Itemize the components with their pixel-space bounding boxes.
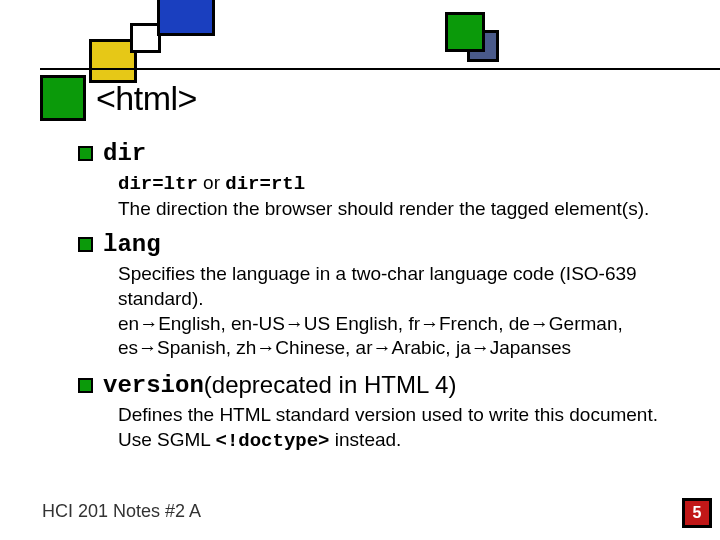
bullet-square-icon bbox=[78, 237, 93, 252]
decor-square bbox=[157, 0, 215, 36]
footer-note: HCI 201 Notes #2 A bbox=[42, 501, 201, 522]
plain-text: Specifies the language in a two-char lan… bbox=[118, 263, 637, 309]
title-bullet-square bbox=[40, 75, 86, 121]
slide-title-row: <html> bbox=[40, 75, 700, 121]
item-version: version (deprecated in HTML 4) Defines t… bbox=[78, 371, 670, 453]
title-rule bbox=[40, 68, 720, 70]
plain-text: instead. bbox=[330, 429, 402, 450]
slide-title: <html> bbox=[96, 79, 197, 118]
code-text: dir=ltr bbox=[118, 173, 198, 195]
decor-square bbox=[445, 12, 485, 52]
term-suffix: (deprecated in HTML 4) bbox=[204, 371, 457, 399]
slide-body: dir dir=ltr or dir=rtl The direction the… bbox=[78, 140, 670, 464]
code-text: <!doctype> bbox=[216, 430, 330, 452]
item-desc: Specifies the language in a two-char lan… bbox=[118, 262, 670, 361]
plain-text: The direction the browser should render … bbox=[118, 198, 649, 219]
item-desc: Defines the HTML standard version used t… bbox=[118, 403, 670, 453]
code-text: dir=rtl bbox=[225, 173, 305, 195]
plain-text: or bbox=[198, 172, 225, 193]
item-desc: dir=ltr or dir=rtl The direction the bro… bbox=[118, 171, 670, 221]
term-label: lang bbox=[103, 231, 161, 258]
term-label: version bbox=[103, 372, 204, 399]
term-label: dir bbox=[103, 140, 146, 167]
item-dir: dir dir=ltr or dir=rtl The direction the… bbox=[78, 140, 670, 221]
bullet-square-icon bbox=[78, 378, 93, 393]
item-lang: lang Specifies the language in a two-cha… bbox=[78, 231, 670, 361]
page-number-badge: 5 bbox=[682, 498, 712, 528]
plain-text: en→English, en-US→US English, fr→French,… bbox=[118, 313, 623, 359]
bullet-square-icon bbox=[78, 146, 93, 161]
